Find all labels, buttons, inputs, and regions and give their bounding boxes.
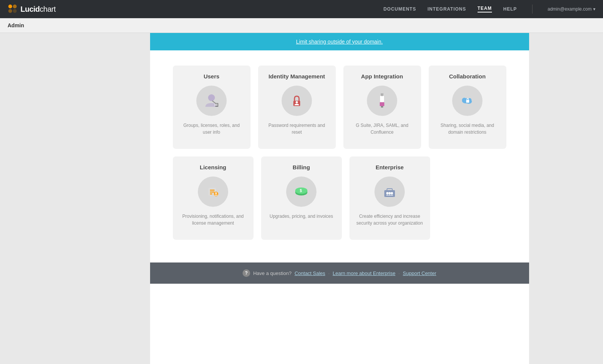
left-gutter bbox=[74, 33, 150, 364]
svg-rect-5 bbox=[215, 103, 218, 107]
svg-point-34 bbox=[386, 192, 388, 194]
cards-section: Users Groups, bbox=[150, 50, 529, 262]
admin-bar: Admin bbox=[0, 18, 603, 33]
svg-point-4 bbox=[208, 94, 215, 101]
card-users-icon-circle bbox=[196, 86, 227, 116]
user-menu[interactable]: admin@example.com ▾ bbox=[548, 6, 595, 12]
footer: ? Have a question? Contact Sales · Learn… bbox=[150, 262, 529, 284]
svg-point-9 bbox=[296, 101, 298, 103]
card-identity-title: Identity Management bbox=[268, 73, 325, 80]
svg-point-0 bbox=[8, 5, 12, 8]
card-enterprise[interactable]: Enterprise bbox=[349, 156, 430, 240]
svg-point-35 bbox=[388, 192, 391, 194]
nav-documents[interactable]: DOCUMENTS bbox=[384, 6, 416, 12]
card-identity-desc: Password requirements and reset bbox=[264, 122, 330, 136]
card-appint-icon-circle bbox=[367, 86, 397, 116]
card-collab-desc: Sharing, social media, and domain restri… bbox=[435, 122, 500, 136]
licensing-icon bbox=[205, 183, 221, 200]
admin-title: Admin bbox=[8, 22, 24, 28]
logo-text: Lucidchart bbox=[20, 5, 56, 14]
banner[interactable]: Limit sharing outside of your domain. bbox=[150, 33, 529, 50]
footer-dot-1: · bbox=[328, 270, 330, 276]
main-content: Limit sharing outside of your domain. Us… bbox=[150, 33, 529, 364]
spacer-card bbox=[438, 156, 506, 240]
svg-rect-15 bbox=[381, 93, 382, 96]
svg-text:$: $ bbox=[300, 189, 302, 193]
card-licensing-desc: Provisioning, notifications, and license… bbox=[179, 213, 247, 227]
svg-point-19 bbox=[462, 98, 467, 102]
svg-rect-13 bbox=[380, 102, 384, 106]
card-users[interactable]: Users Groups, bbox=[173, 66, 251, 149]
card-billing-icon-circle: $ bbox=[286, 177, 316, 207]
card-licensing-icon-circle bbox=[198, 177, 228, 207]
billing-icon: $ bbox=[293, 183, 310, 200]
enterprise-icon bbox=[381, 183, 398, 200]
cards-row-1: Users Groups, bbox=[173, 66, 506, 149]
cards-row-2: Licensing bbox=[173, 156, 506, 240]
nav-team[interactable]: TEAM bbox=[478, 6, 492, 12]
appint-icon bbox=[374, 92, 390, 109]
svg-rect-21 bbox=[466, 100, 469, 103]
footer-contact-sales[interactable]: Contact Sales bbox=[294, 270, 325, 276]
card-appint[interactable]: App Integration bbox=[343, 66, 421, 149]
card-users-desc: Groups, licenses, roles, and user info bbox=[179, 122, 244, 136]
nav-integrations[interactable]: INTEGRATIONS bbox=[428, 6, 466, 12]
identity-icon bbox=[288, 92, 305, 109]
card-identity-icon-circle bbox=[282, 86, 312, 116]
card-enterprise-icon-circle bbox=[374, 177, 405, 207]
card-appint-title: App Integration bbox=[361, 73, 403, 80]
svg-point-3 bbox=[13, 9, 17, 13]
svg-rect-16 bbox=[382, 93, 383, 96]
users-icon bbox=[203, 92, 220, 109]
collab-icon bbox=[459, 92, 476, 109]
question-icon: ? bbox=[243, 269, 250, 277]
logo-icon bbox=[8, 4, 18, 14]
footer-dot-2: · bbox=[398, 270, 400, 276]
svg-point-1 bbox=[13, 5, 17, 8]
svg-rect-14 bbox=[381, 106, 383, 108]
banner-link[interactable]: Limit sharing outside of your domain. bbox=[296, 39, 383, 45]
svg-rect-33 bbox=[387, 189, 392, 191]
card-identity[interactable]: Identity Management Password requirem bbox=[258, 66, 336, 149]
card-licensing[interactable]: Licensing bbox=[173, 156, 254, 240]
nav-divider bbox=[532, 5, 533, 14]
card-licensing-title: Licensing bbox=[200, 164, 226, 170]
card-collab[interactable]: Collaboration Sharing, bbox=[429, 66, 506, 149]
footer-support-center[interactable]: Support Center bbox=[403, 270, 436, 276]
svg-point-27 bbox=[215, 192, 217, 194]
svg-rect-10 bbox=[380, 95, 384, 102]
footer-question-label: Have a question? bbox=[253, 270, 291, 276]
user-email: admin@example.com bbox=[548, 6, 592, 12]
chevron-down-icon: ▾ bbox=[593, 6, 595, 12]
footer-learn-enterprise[interactable]: Learn more about Enterprise bbox=[333, 270, 395, 276]
card-billing-desc: Upgrades, pricing, and invoices bbox=[269, 213, 333, 220]
card-enterprise-desc: Create efficiency and increase security … bbox=[356, 213, 424, 227]
top-nav: Lucidchart DOCUMENTS INTEGRATIONS TEAM H… bbox=[0, 0, 603, 18]
card-users-title: Users bbox=[204, 73, 219, 80]
card-billing[interactable]: Billing $ Upgrades, pricing, and invoice… bbox=[261, 156, 342, 240]
card-collab-title: Collaboration bbox=[449, 73, 486, 80]
svg-point-36 bbox=[391, 192, 393, 194]
main-wrapper: Limit sharing outside of your domain. Us… bbox=[0, 33, 603, 364]
card-appint-desc: G Suite, JIRA, SAML, and Confluence bbox=[349, 122, 415, 136]
svg-point-2 bbox=[8, 9, 12, 13]
logo[interactable]: Lucidchart bbox=[8, 4, 56, 14]
card-enterprise-title: Enterprise bbox=[376, 164, 404, 170]
card-billing-title: Billing bbox=[293, 164, 310, 170]
card-collab-icon-circle bbox=[452, 86, 482, 116]
nav-links: DOCUMENTS INTEGRATIONS TEAM HELP admin@e… bbox=[384, 5, 595, 14]
nav-help[interactable]: HELP bbox=[503, 6, 517, 12]
